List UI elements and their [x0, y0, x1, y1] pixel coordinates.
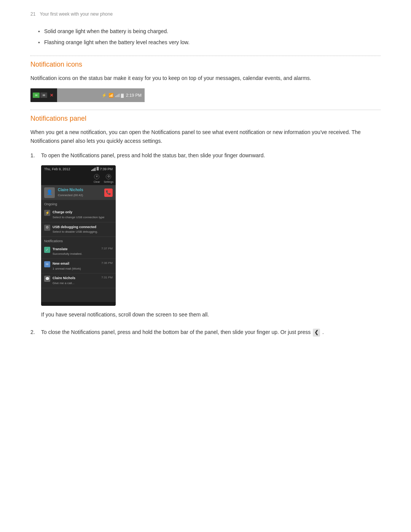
phone-status-right: ▓ 7:39 PM: [91, 166, 113, 172]
notifications-subheader: Notifications: [41, 237, 116, 244]
notif-charge-title: Charge only: [53, 209, 113, 215]
notif-translate-time: 7:37 PM: [101, 246, 113, 251]
msg-icon: ✉: [33, 93, 40, 98]
step-2-number: 2.: [30, 328, 41, 337]
notif-usb-title: USB debugging connected: [53, 224, 113, 230]
steps-list: 1. To open the Notifications panel, pres…: [30, 151, 381, 337]
notif-email-title: New email: [53, 261, 99, 266]
notif-translate-title: Translate: [53, 246, 99, 252]
bullet-item-1: Solid orange light when the battery is b…: [38, 27, 381, 35]
phone-bottom-bar: [41, 302, 116, 306]
settings-label: Settings: [104, 180, 113, 184]
notif-email-content: New email 1 unread mail (Work): [53, 261, 99, 271]
notif-sms-content: Claire Nichols Give me a call...: [53, 275, 99, 286]
email-notif-icon: ✉: [44, 261, 50, 267]
step-1-content: To open the Notifications panel, press a…: [41, 151, 381, 319]
notif-usb-content: USB debugging connected Select to disabl…: [53, 224, 113, 235]
notif-sms-sub: Give me a call...: [53, 281, 99, 286]
status-bar-screenshot: ✉ ✉ ✕ ⚡ 📶 ▓ 2:19 PM: [30, 88, 145, 102]
sms-icon: 💬: [44, 276, 50, 282]
notif-email-sub: 1 unread mail (Work): [53, 267, 99, 272]
phone-contact-sub: Connected (00:42): [58, 193, 101, 198]
clear-icon: ✕: [94, 174, 99, 179]
page-header: 21 Your first week with your new phone: [30, 11, 381, 17]
wifi-status-icon: 📶: [108, 93, 114, 98]
notif-sms-time: 7:31 PM: [101, 275, 113, 280]
clear-button[interactable]: ✕ Clear: [94, 174, 100, 184]
notif-charge-sub: Select to change USB connection type: [53, 215, 113, 220]
notif-row-email: ✉ New email 1 unread mail (Work) 7:36 PM: [41, 259, 116, 273]
phone-screenshot: Thu, Feb 9, 2012 ▓ 7:39 PM: [41, 165, 116, 306]
section-divider-1: [30, 56, 381, 56]
notif-row-charge: ⚡ Charge only Select to change USB conne…: [41, 208, 116, 222]
notif-email-time: 7:36 PM: [101, 261, 113, 266]
phone-screenshot-footer: [41, 288, 116, 302]
status-bar-left: ✉ ✉ ✕: [30, 88, 57, 102]
step-2: 2. To close the Notifications panel, pre…: [30, 328, 381, 337]
page-number: 21: [30, 11, 35, 17]
step-2-content: To close the Notifications panel, press …: [41, 328, 381, 337]
phone-time: 7:39 PM: [100, 166, 113, 172]
usb-icon: ⚙: [44, 225, 50, 231]
status-bar-right: ⚡ 📶 ▓ 2:19 PM: [57, 88, 145, 102]
clear-label: Clear: [94, 180, 100, 184]
settings-icon: ⚙: [106, 174, 111, 179]
phone-status-bar: Thu, Feb 9, 2012 ▓ 7:39 PM: [41, 165, 116, 173]
chapter-title: Your first week with your new phone: [40, 11, 113, 17]
phone-signal: [91, 167, 96, 171]
bluetooth-status-icon: ⚡: [102, 93, 107, 98]
battery-status: ▓: [121, 93, 124, 97]
notification-icons-title: Notification icons: [30, 61, 381, 70]
notifications-panel-title: Notifications panel: [30, 115, 381, 124]
phone-call-icon: 📞: [104, 189, 113, 197]
notif-charge-content: Charge only Select to change USB connect…: [53, 209, 113, 220]
scroll-note: If you have several notifications, scrol…: [41, 310, 381, 319]
bullet-item-2: Flashing orange light when the battery l…: [38, 38, 381, 46]
phone-contact-info: Claire Nichols Connected (00:42): [58, 187, 101, 198]
bullet-list: Solid orange light when the battery is b…: [30, 27, 381, 46]
phone-date: Thu, Feb 9, 2012: [44, 166, 70, 172]
phone-avatar: 👤: [44, 187, 55, 198]
notif-row-sms: 💬 Claire Nichols Give me a call... 7:31 …: [41, 273, 116, 288]
notif-sms-title: Claire Nichols: [53, 275, 99, 281]
section-divider-2: [30, 110, 381, 110]
notifications-panel-body: When you get a new notification, you can…: [30, 128, 381, 145]
status-bar-time: 2:19 PM: [126, 93, 142, 97]
charge-icon: ⚡: [44, 210, 50, 216]
phone-contact-row: 👤 Claire Nichols Connected (00:42) 📞: [41, 185, 116, 200]
step-2-end: .: [322, 329, 324, 335]
x-icon: ✕: [48, 93, 55, 98]
phone-contact-name: Claire Nichols: [58, 187, 101, 193]
step-1-number: 1.: [30, 151, 41, 319]
notif-translate-sub: Successfully installed.: [53, 252, 99, 257]
phone-action-bar: ✕ Clear ⚙ Settings: [41, 173, 116, 185]
translate-icon: ✓: [44, 247, 50, 253]
ongoing-header: Ongoing: [41, 200, 116, 208]
notif-row-translate: ✓ Translate Successfully installed. 7:37…: [41, 244, 116, 259]
signal-bars: [115, 93, 119, 97]
step-2-text: To close the Notifications panel, press …: [41, 329, 311, 335]
notif-row-usb: ⚙ USB debugging connected Select to disa…: [41, 222, 116, 237]
step-1-text: To open the Notifications panel, press a…: [41, 152, 265, 158]
notif-usb-sub: Select to disable USB debugging.: [53, 230, 113, 235]
back-button-icon: ❮: [313, 329, 320, 337]
phone-battery: ▓: [97, 166, 99, 171]
email-icon: ✉: [40, 93, 47, 98]
notification-icons-body: Notification icons on the status bar mak…: [30, 74, 381, 82]
settings-button[interactable]: ⚙ Settings: [104, 174, 113, 184]
notif-translate-content: Translate Successfully installed.: [53, 246, 99, 257]
step-1: 1. To open the Notifications panel, pres…: [30, 151, 381, 319]
